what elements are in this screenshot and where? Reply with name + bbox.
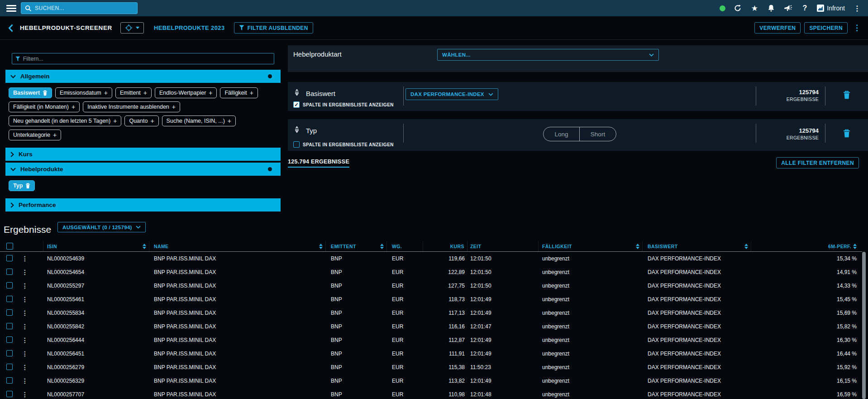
row-checkbox[interactable] [6, 309, 13, 316]
table-row[interactable]: ⋮ NL0000256329 BNP PAR.ISS.MINIL DAX BNP… [0, 374, 862, 388]
row-menu-kebab-icon[interactable]: ⋮ [22, 323, 28, 330]
row-checkbox[interactable] [6, 255, 13, 261]
cell-isin: NL0000256451 [43, 351, 149, 357]
table-row[interactable]: ⋮ NL0000255834 BNP PAR.ISS.MINIL DAX BNP… [0, 306, 862, 320]
long-option-button[interactable]: Long [544, 127, 580, 141]
screen-name-link[interactable]: HEBELPRODUKTE 2023 [154, 24, 225, 31]
hamburger-menu-button[interactable] [6, 5, 16, 12]
filter-chip[interactable]: Suche (Name, ISIN, ...) + [162, 115, 236, 126]
results-count-link[interactable]: 125.794 ERGEBNISSE [288, 159, 349, 168]
table-scrollbar-thumb[interactable] [862, 252, 866, 399]
column-header-isin[interactable]: ISIN [43, 241, 149, 251]
notifications-bell-icon[interactable] [767, 4, 776, 13]
toggle-filters-button[interactable]: FILTER AUSBLENDEN [234, 22, 313, 34]
filter-search-box[interactable] [12, 53, 274, 64]
select-all-checkbox[interactable] [6, 243, 13, 250]
section-header-kurs[interactable]: Kurs [5, 148, 281, 161]
favorites-star-icon[interactable]: ★ [750, 4, 759, 13]
filter-chip[interactable]: Quanto + [124, 115, 158, 126]
topbar-menu-kebab-icon[interactable]: ⋮ [853, 4, 862, 13]
cell-isin: NL0000255297 [43, 283, 149, 289]
product-type-select-value: WÄHLEN... [442, 52, 471, 58]
row-menu-kebab-icon[interactable]: ⋮ [22, 350, 28, 357]
row-menu-kebab-icon[interactable]: ⋮ [22, 337, 28, 344]
short-option-button[interactable]: Short [580, 127, 616, 141]
row-menu-kebab-icon[interactable]: ⋮ [22, 309, 28, 317]
row-menu-kebab-icon[interactable]: ⋮ [22, 364, 28, 371]
table-row[interactable]: ⋮ NL0000256451 BNP PAR.ISS.MINIL DAX BNP… [0, 347, 862, 361]
row-menu-kebab-icon[interactable]: ⋮ [22, 269, 28, 276]
row-checkbox[interactable] [6, 269, 13, 275]
filter-chip[interactable]: Fälligkeit + [220, 87, 258, 98]
row-checkbox[interactable] [6, 350, 13, 356]
row-menu-kebab-icon[interactable]: ⋮ [22, 282, 28, 289]
table-row[interactable]: ⋮ NL0000256279 BNP PAR.ISS.MINIL DAX BNP… [0, 361, 862, 374]
search-input[interactable] [35, 5, 134, 11]
announcements-megaphone-icon[interactable] [783, 4, 792, 13]
selected-dropdown[interactable]: AUSGEWÄHLT (0 / 125794) [57, 222, 146, 232]
trash-icon[interactable] [43, 90, 48, 96]
column-header-wg[interactable]: WG. [387, 241, 423, 251]
table-row[interactable]: ⋮ NL0000254639 BNP PAR.ISS.MINIL DAX BNP… [0, 252, 862, 265]
row-menu-kebab-icon[interactable]: ⋮ [22, 377, 28, 385]
cell-isin: NL0000257707 [43, 391, 149, 398]
table-row[interactable]: ⋮ NL0000255842 BNP PAR.ISS.MINIL DAX BNP… [0, 320, 862, 333]
table-row[interactable]: ⋮ NL0000257707 BNP PAR.ISS.MINIL DAX BNP… [0, 388, 862, 399]
row-checkbox[interactable] [6, 337, 13, 343]
delete-filter-button[interactable] [843, 129, 850, 138]
delete-filter-button[interactable] [843, 91, 850, 99]
column-header-zeit[interactable]: ZEIT [467, 241, 539, 251]
infront-logo[interactable]: Infront [817, 5, 845, 12]
filter-chip[interactable]: Emissionsdatum + [55, 87, 112, 98]
section-header-allgemein[interactable]: Allgemein [5, 70, 281, 83]
row-menu-kebab-icon[interactable]: ⋮ [22, 296, 28, 303]
refresh-icon[interactable] [733, 4, 742, 13]
link-target-button[interactable] [120, 22, 144, 34]
row-checkbox[interactable] [6, 282, 13, 288]
table-row[interactable]: ⋮ NL0000255297 BNP PAR.ISS.MINIL DAX BNP… [0, 279, 862, 293]
help-icon[interactable]: ? [800, 4, 809, 13]
filter-chip[interactable]: Fälligkeit (in Monaten) + [9, 101, 80, 112]
filter-chip[interactable]: Basiswert + [9, 87, 52, 98]
filter-chip[interactable]: Inaktive Instrumente ausblenden + [83, 101, 180, 112]
column-header-emittent[interactable]: EMITTENT [326, 241, 387, 251]
column-header-6m-perf[interactable]: 6M-PERF. [751, 241, 862, 251]
row-checkbox[interactable] [6, 323, 13, 329]
drag-handle-icon[interactable] [293, 126, 300, 133]
filter-chip[interactable]: Neu gehandelt (in den letzten 5 Tagen) + [9, 115, 121, 126]
section-header-hebelprodukte[interactable]: Hebelprodukte [5, 163, 281, 176]
table-row[interactable]: ⋮ NL0000254654 BNP PAR.ISS.MINIL DAX BNP… [0, 265, 862, 279]
row-menu-kebab-icon[interactable]: ⋮ [22, 255, 28, 262]
toolbar-menu-kebab-icon[interactable]: ⋮ [851, 23, 863, 33]
discard-button[interactable]: VERWERFEN [754, 22, 801, 34]
column-header-faelligkeit[interactable]: FÄLLIGKEIT [539, 241, 643, 251]
column-header-kurs[interactable]: KURS [423, 241, 467, 251]
row-checkbox[interactable] [6, 364, 13, 370]
cell-kurs: 117,13 [423, 310, 467, 316]
save-button[interactable]: SPEICHERN [804, 22, 848, 34]
filter-chip[interactable]: Typ + [9, 180, 35, 191]
filter-search-input[interactable] [23, 56, 271, 62]
section-header-performance[interactable]: Performance [5, 198, 281, 212]
row-checkbox[interactable] [6, 391, 13, 397]
trash-icon[interactable] [25, 183, 30, 189]
product-type-select[interactable]: WÄHLEN... [437, 49, 659, 61]
row-menu-kebab-icon[interactable]: ⋮ [22, 391, 28, 398]
row-checkbox[interactable] [6, 296, 13, 302]
row-checkbox[interactable] [6, 377, 13, 384]
back-button[interactable] [5, 22, 16, 34]
clear-all-filters-button[interactable]: ALLE FILTER ENTFERNEN [776, 157, 859, 168]
filter-chip[interactable]: Endlos-Wertpapier + [155, 87, 217, 98]
drag-handle-icon[interactable] [293, 89, 300, 96]
basiswert-select[interactable]: DAX PERFORMANCE-INDEX [405, 88, 498, 100]
table-row[interactable]: ⋮ NL0000256444 BNP PAR.ISS.MINIL DAX BNP… [0, 333, 862, 347]
show-column-checkbox[interactable]: ✓ [293, 101, 300, 108]
filter-chip[interactable]: Unterkategorie + [9, 130, 61, 140]
search-box[interactable] [21, 2, 138, 14]
filter-chip[interactable]: Emittent + [115, 87, 152, 98]
show-column-checkbox[interactable] [293, 141, 300, 148]
table-row[interactable]: ⋮ NL0000255461 BNP PAR.ISS.MINIL DAX BNP… [0, 293, 862, 306]
cell-6m-perf: 15,82 % [751, 323, 862, 330]
column-header-name[interactable]: NAME [149, 241, 326, 251]
column-header-basiswert[interactable]: BASISWERT [643, 241, 751, 251]
